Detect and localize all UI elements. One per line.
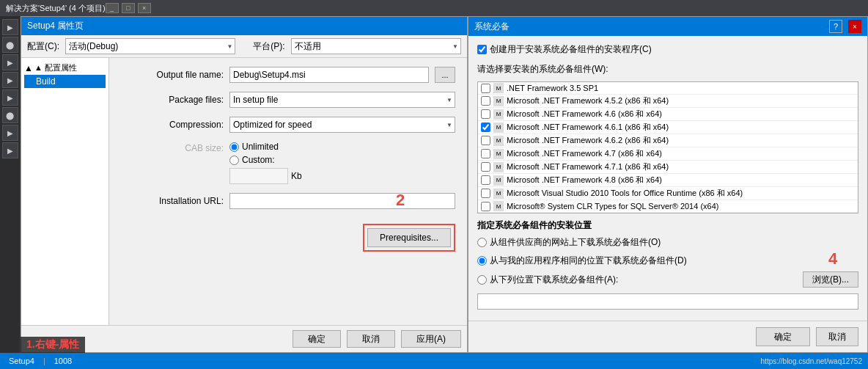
properties-panel: Setup4 属性页 配置(C): 活动(Debug) 平台(P): 不适用 <box>21 16 468 353</box>
list-icon-6: M <box>493 162 504 172</box>
list-item-5: M Microsoft .NET Framework 4.7 (x86 和 x6… <box>478 147 858 161</box>
list-check-4[interactable] <box>481 136 490 145</box>
list-check-7[interactable] <box>481 175 490 185</box>
sys-help-btn[interactable]: ? <box>829 20 842 33</box>
sys-radio-label-2: 从与我的应用程序相同的位置下载系统必备组件(D) <box>490 255 687 267</box>
list-check-2[interactable] <box>481 109 490 119</box>
sys-dialog-footer: 确定 取消 <box>468 321 867 352</box>
package-files-select[interactable]: In setup file <box>229 92 455 108</box>
sys-radio-label-1: 从组件供应商的网站上下载系统必备组件(O) <box>490 236 661 249</box>
output-file-label: Output file name: <box>121 70 224 80</box>
create-installer-label: 创建用于安装系统必备组件的安装程序(C) <box>490 43 652 56</box>
sys-cancel-btn[interactable]: 取消 <box>816 327 858 346</box>
list-icon-4: M <box>493 136 504 146</box>
list-label-3: Microsoft .NET Framework 4.6.1 (x86 和 x6… <box>507 122 669 133</box>
sys-radio-input-3[interactable] <box>477 275 487 285</box>
props-tree: ▲ ▲ 配置属性 Build <box>21 58 109 325</box>
toolbar-btn-2[interactable]: ⬤ <box>2 37 18 53</box>
sys-radio-2: 从与我的应用程序相同的位置下载系统必备组件(D) <box>477 253 858 268</box>
toolbar-btn-1[interactable]: ▶ <box>2 19 18 35</box>
list-check-5[interactable] <box>481 149 490 158</box>
cab-value-input[interactable] <box>229 168 288 184</box>
prereq-btn-row: Prerequisites... <box>121 224 455 252</box>
create-installer-row: 创建用于安装系统必备组件的安装程序(C) <box>477 43 858 56</box>
prereq-btn-border: Prerequisites... <box>363 224 455 252</box>
list-icon-7: M <box>493 175 504 186</box>
close-btn[interactable]: × <box>138 3 151 13</box>
list-item-7: M Microsoft .NET Framework 4.8 (x86 和 x6… <box>478 174 858 187</box>
ide-title-bar: 解决方案'Setup4' (4 个项目) _ □ × <box>0 0 868 16</box>
list-item-10: M Microsoft® System CLR Types for SQL Se… <box>478 213 858 213</box>
cab-size-label: CAB size: <box>121 142 224 153</box>
cab-unlimited-input[interactable] <box>229 142 239 152</box>
status-sep: | <box>43 357 45 365</box>
create-installer-checkbox[interactable] <box>477 45 487 54</box>
compression-row: Compression: Optimized for speed <box>121 117 455 133</box>
props-ok-btn[interactable]: 确定 <box>293 330 341 348</box>
status-url: https://blog.csdn.net/waq12752 <box>761 357 862 365</box>
list-item-8: M Microsoft Visual Studio 2010 Tools for… <box>478 187 858 200</box>
output-file-input[interactable] <box>229 67 429 83</box>
toolbar-btn-6[interactable]: ⬤ <box>2 107 18 123</box>
sys-browse-btn[interactable]: 浏览(B)... <box>803 271 858 288</box>
sys-radio-3: 从下列位置下载系统必备组件(A): <box>477 272 797 288</box>
sys-dialog-title-text: 系统必备 <box>474 21 510 33</box>
package-files-select-wrapper: In setup file <box>229 92 455 108</box>
sys-ok-btn[interactable]: 确定 <box>756 327 810 346</box>
config-label: 配置(C): <box>27 40 59 53</box>
ide-title-text: 解决方案'Setup4' (4 个项目) <box>6 3 106 14</box>
list-check-0[interactable] <box>481 84 490 93</box>
config-row: 配置(C): 活动(Debug) 平台(P): 不适用 <box>21 35 467 58</box>
choose-label: 请选择要安装的系统必备组件(W): <box>477 63 858 76</box>
status-bar: Setup4 | 1008 https://blog.csdn.net/waq1… <box>0 353 868 369</box>
props-apply-btn[interactable]: 应用(A) <box>401 330 461 348</box>
list-item-9: M Microsoft® System CLR Types for SQL Se… <box>478 200 858 213</box>
tree-expand-icon: ▲ <box>24 63 33 73</box>
platform-select[interactable]: 不适用 <box>291 38 461 54</box>
list-icon-5: M <box>493 149 504 159</box>
compression-select[interactable]: Optimized for speed <box>229 117 455 133</box>
list-check-9[interactable] <box>481 202 490 211</box>
sys-list-container[interactable]: M .NET Framework 3.5 SP1 M Microsoft .NE… <box>477 81 858 213</box>
tree-item-build[interactable]: Build <box>24 75 106 88</box>
tree-group-label[interactable]: ▲ ▲ 配置属性 <box>24 61 106 75</box>
props-footer: 确定 取消 应用(A) <box>21 325 467 352</box>
sys-location-input[interactable] <box>477 293 858 310</box>
tree-group-text: ▲ 配置属性 <box>34 62 77 73</box>
output-file-browse-btn[interactable]: ... <box>435 67 455 83</box>
props-form: Output file name: ... Package files: In … <box>109 58 467 325</box>
toolbar-btn-8[interactable]: ▶ <box>2 142 18 158</box>
sys-location-section: 指定系统必备组件的安装位置 从组件供应商的网站上下载系统必备组件(O) 从与我的… <box>477 219 858 310</box>
list-check-3[interactable] <box>481 123 490 132</box>
props-title-bar: Setup4 属性页 <box>21 17 467 35</box>
sys-radio-input-1[interactable] <box>477 238 487 247</box>
toolbar-btn-5[interactable]: ▶ <box>2 89 18 106</box>
sys-radio-input-2[interactable] <box>477 256 487 266</box>
maximize-btn[interactable]: □ <box>122 3 135 13</box>
config-select-wrapper: 活动(Debug) <box>65 38 235 54</box>
platform-select-wrapper: 不适用 <box>291 38 461 54</box>
cab-custom-input[interactable] <box>229 156 239 165</box>
config-select[interactable]: 活动(Debug) <box>65 38 235 54</box>
list-check-1[interactable] <box>481 96 490 106</box>
list-item-6: M Microsoft .NET Framework 4.7.1 (x86 和 … <box>478 161 858 174</box>
sys-dialog-title-bar: 系统必备 ? × <box>468 17 867 36</box>
toolbar-btn-3[interactable]: ▶ <box>2 54 18 70</box>
toolbar-btn-7[interactable]: ▶ <box>2 125 18 141</box>
toolbar-btn-4[interactable]: ▶ <box>2 72 18 88</box>
install-url-input[interactable] <box>229 193 455 209</box>
cab-unlimited-radio: Unlimited <box>229 142 302 152</box>
sys-close-btn[interactable]: × <box>848 20 861 33</box>
list-label-4: Microsoft .NET Framework 4.6.2 (x86 和 x6… <box>507 135 669 146</box>
props-cancel-btn[interactable]: 取消 <box>347 330 395 348</box>
list-check-6[interactable] <box>481 162 490 172</box>
list-label-5: Microsoft .NET Framework 4.7 (x86 和 x64) <box>507 148 662 159</box>
sys-radio-3-row: 从下列位置下载系统必备组件(A): 浏览(B)... <box>477 271 858 288</box>
prerequisites-btn[interactable]: Prerequisites... <box>367 228 451 247</box>
minimize-btn[interactable]: _ <box>106 3 119 13</box>
list-check-8[interactable] <box>481 189 490 198</box>
compression-select-wrapper: Optimized for speed <box>229 117 455 133</box>
list-item-2: M Microsoft .NET Framework 4.6 (x86 和 x6… <box>478 108 858 121</box>
list-label-2: Microsoft .NET Framework 4.6 (x86 和 x64) <box>507 109 662 120</box>
cab-custom-radio: Custom: <box>229 155 302 165</box>
